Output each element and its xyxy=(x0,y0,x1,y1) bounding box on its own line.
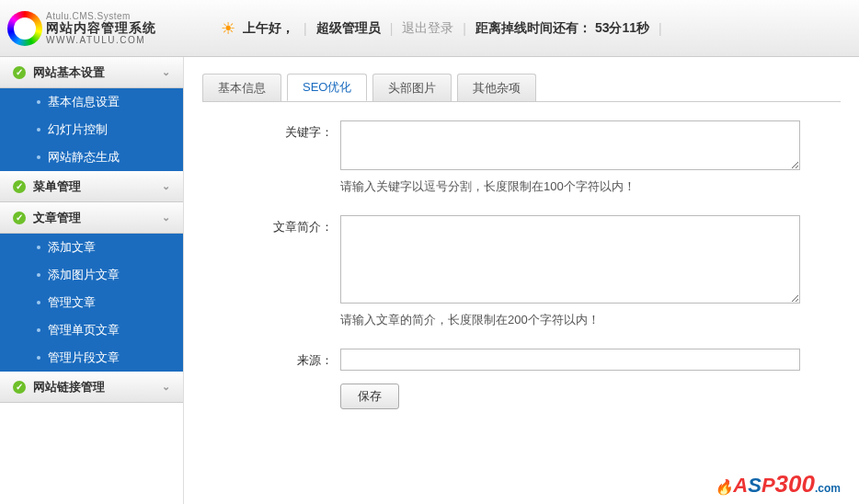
sidebar-item-2-1[interactable]: 添加图片文章 xyxy=(0,261,183,289)
sidebar: ✓网站基本设置⌄基本信息设置幻灯片控制网站静态生成✓菜单管理⌄✓文章管理⌄添加文… xyxy=(0,57,184,504)
sidebar-group-title: 菜单管理 xyxy=(33,178,81,195)
top-toolbar: ☀ 上午好， | 超级管理员 | 退出登录 | 距离掉线时间还有： 53分11秒… xyxy=(184,18,859,39)
keywords-input[interactable] xyxy=(340,120,800,170)
tab-3[interactable]: 其他杂项 xyxy=(457,74,536,101)
chevron-down-icon: ⌄ xyxy=(162,180,170,192)
chevron-down-icon: ⌄ xyxy=(162,212,170,223)
keywords-hint: 请输入关键字以逗号分割，长度限制在100个字符以内！ xyxy=(340,178,841,195)
source-input[interactable] xyxy=(340,349,800,371)
check-icon: ✓ xyxy=(13,381,26,394)
sidebar-group-1[interactable]: ✓菜单管理⌄ xyxy=(0,171,183,202)
brand-logo: Atulu.CMS.System 网站内容管理系统 WWW.ATULU.COM xyxy=(0,11,184,46)
tab-1[interactable]: SEO优化 xyxy=(287,74,367,101)
tab-bar: 基本信息SEO优化头部图片其他杂项 xyxy=(202,74,841,101)
countdown-label: 距离掉线时间还有： xyxy=(475,20,591,37)
intro-label: 文章简介： xyxy=(202,215,340,343)
intro-input[interactable] xyxy=(340,215,800,304)
source-label: 来源： xyxy=(202,349,340,371)
sidebar-item-0-2[interactable]: 网站静态生成 xyxy=(0,143,183,171)
sidebar-item-0-1[interactable]: 幻灯片控制 xyxy=(0,116,183,143)
sidebar-item-0-0[interactable]: 基本信息设置 xyxy=(0,88,183,116)
logout-link[interactable]: 退出登录 xyxy=(402,20,453,37)
sidebar-group-title: 文章管理 xyxy=(33,210,81,226)
keywords-label: 关键字： xyxy=(202,120,340,210)
sidebar-group-2[interactable]: ✓文章管理⌄ xyxy=(0,202,183,234)
logo-line2: 网站内容管理系统 xyxy=(46,21,156,35)
intro-hint: 请输入文章的简介，长度限制在200个字符以内！ xyxy=(340,312,841,328)
main-panel: 基本信息SEO优化头部图片其他杂项 关键字： 请输入关键字以逗号分割，长度限制在… xyxy=(184,57,859,504)
sidebar-group-title: 网站链接管理 xyxy=(33,379,105,395)
sidebar-group-0[interactable]: ✓网站基本设置⌄ xyxy=(0,57,183,88)
user-role: 超级管理员 xyxy=(316,20,381,37)
sidebar-item-2-2[interactable]: 管理文章 xyxy=(0,289,183,316)
tab-2[interactable]: 头部图片 xyxy=(372,74,452,101)
footer-brand: 🔥ASP300.com xyxy=(715,470,841,498)
check-icon: ✓ xyxy=(13,180,26,193)
check-icon: ✓ xyxy=(13,66,26,79)
sidebar-item-2-0[interactable]: 添加文章 xyxy=(0,234,183,261)
sidebar-item-2-3[interactable]: 管理单页文章 xyxy=(0,316,183,344)
logo-icon xyxy=(7,11,42,46)
chevron-down-icon: ⌄ xyxy=(162,381,170,393)
sidebar-group-title: 网站基本设置 xyxy=(33,64,105,81)
weather-icon: ☀ xyxy=(221,18,235,39)
sidebar-group-3[interactable]: ✓网站链接管理⌄ xyxy=(0,372,183,403)
tab-0[interactable]: 基本信息 xyxy=(202,74,281,101)
chevron-down-icon: ⌄ xyxy=(162,66,170,78)
check-icon: ✓ xyxy=(13,212,26,224)
app-header: Atulu.CMS.System 网站内容管理系统 WWW.ATULU.COM … xyxy=(0,0,859,57)
sidebar-item-2-4[interactable]: 管理片段文章 xyxy=(0,344,183,372)
form-area: 关键字： 请输入关键字以逗号分割，长度限制在100个字符以内！ 文章简介： 请输… xyxy=(202,101,841,409)
greeting-text: 上午好， xyxy=(243,20,294,37)
logo-line3: WWW.ATULU.COM xyxy=(46,35,156,45)
countdown-value: 53分11秒 xyxy=(595,20,649,37)
save-button[interactable]: 保存 xyxy=(340,384,399,409)
flame-icon: 🔥 xyxy=(715,479,733,495)
